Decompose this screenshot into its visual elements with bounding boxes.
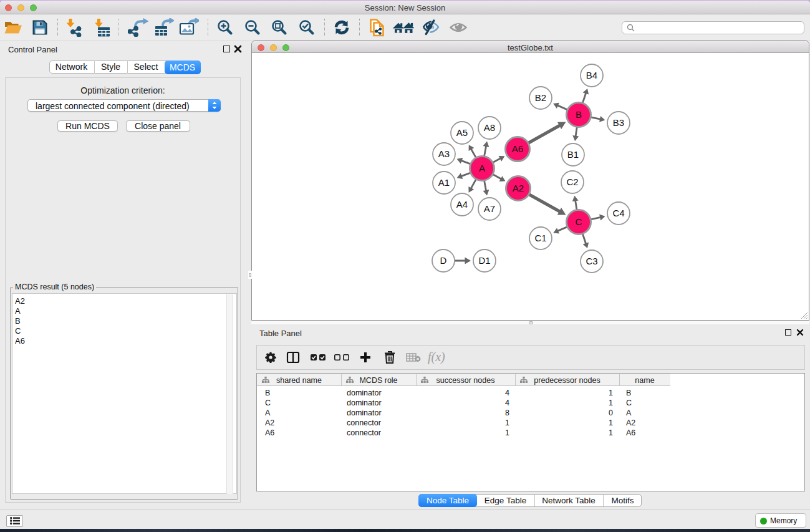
svg-text:C4: C4: [612, 208, 624, 218]
svg-text:A6: A6: [512, 143, 523, 154]
svg-text:A2: A2: [513, 183, 524, 193]
svg-text:A: A: [479, 163, 485, 173]
svg-text:C3: C3: [586, 256, 597, 266]
svg-text:A3: A3: [438, 148, 450, 159]
svg-text:B1: B1: [567, 149, 579, 160]
svg-text:C2: C2: [566, 177, 578, 187]
svg-text:C: C: [576, 216, 582, 227]
svg-text:C1: C1: [534, 233, 546, 243]
svg-text:A4: A4: [456, 199, 468, 210]
svg-text:A8: A8: [484, 122, 495, 133]
svg-text:B3: B3: [613, 117, 624, 128]
svg-text:D: D: [440, 255, 447, 266]
svg-text:B: B: [576, 109, 582, 120]
svg-text:A5: A5: [456, 127, 468, 138]
svg-text:A7: A7: [484, 203, 495, 214]
svg-text:B2: B2: [535, 92, 546, 103]
svg-text:A1: A1: [438, 177, 450, 188]
svg-text:D1: D1: [478, 255, 490, 266]
svg-text:B4: B4: [586, 70, 597, 80]
